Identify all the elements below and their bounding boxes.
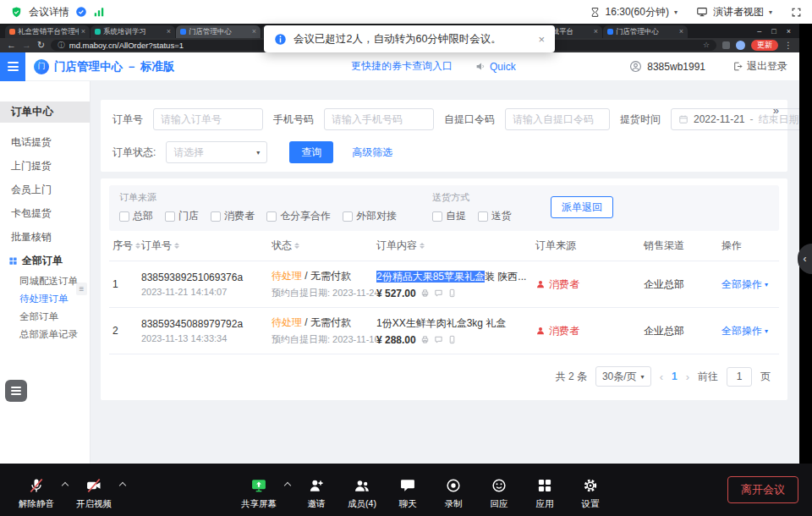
apps-button[interactable]: 应用 [522,476,568,510]
window-close-icon[interactable]: × [787,27,791,36]
date-start-value[interactable]: 2022-11-21 [694,113,745,125]
sidebar-section-order-center[interactable]: 订单中心 [0,102,90,123]
window-minimize-icon[interactable]: – [757,27,761,36]
sidebar-item-door-pickup[interactable]: 上门提货 [0,154,90,178]
quick-entry[interactable]: Quick [475,61,516,73]
search-button[interactable]: 查询 [289,141,333,163]
all-actions-dropdown[interactable]: 全部操作▾ [721,277,776,292]
browser-tab[interactable]: 门店管理中心× [603,25,688,38]
forward-icon[interactable]: → [22,41,31,50]
mic-options-caret[interactable] [59,476,71,488]
tab-close-icon[interactable]: × [81,28,85,36]
bookmark-star-icon[interactable]: ☆ [703,41,710,49]
browser-profile-avatar[interactable] [736,41,745,50]
checkbox-consumer[interactable]: 消费者 [211,209,255,223]
view-mode-caret-icon[interactable]: ▾ [769,8,772,16]
goto-page-input[interactable] [727,367,752,387]
menu-burger-button[interactable] [0,52,25,81]
all-actions-dropdown[interactable]: 全部操作▾ [721,324,776,338]
timer-caret-icon[interactable]: ▾ [674,8,678,16]
sidebar-item-member-visit[interactable]: 会员上门 [0,178,90,201]
tab-close-icon[interactable]: × [252,28,256,36]
checkbox-box[interactable] [343,211,353,222]
settings-button[interactable]: 设置 [568,476,613,510]
reactions-button[interactable]: 回应 [476,476,522,510]
floating-list-button[interactable] [5,380,27,402]
unmute-button[interactable]: 解除静音 [14,476,59,510]
prev-page-icon[interactable]: ‹ [660,371,663,383]
meeting-details[interactable]: 会议详情 [10,5,105,19]
logout-button[interactable]: 退出登录 [732,59,787,74]
checkbox-box[interactable] [211,211,221,222]
video-options-caret[interactable] [117,476,129,488]
network-signal-icon[interactable] [93,6,105,18]
fullscreen-icon[interactable] [791,7,802,18]
next-page-icon[interactable]: › [686,371,689,383]
advanced-filter-link[interactable]: 高级筛选 [352,145,392,160]
browser-menu-icon[interactable]: ⋮ [784,41,793,50]
sidebar-group-all-orders[interactable]: 全部订单 [0,249,90,272]
invite-button[interactable]: 邀请 [294,476,339,510]
browser-tab[interactable]: 礼盒营销平台管理中心× [5,25,90,38]
dispatch-return-button[interactable]: 派单退回 [551,196,613,218]
sidebar-collapse-handle[interactable]: ≡ [76,283,87,295]
security-shield-icon[interactable] [10,6,23,19]
checkbox-delivery[interactable]: 送货 [478,209,512,223]
share-screen-button[interactable]: 共享屏幕 [236,476,282,510]
back-icon[interactable]: ← [7,41,16,50]
leave-meeting-button[interactable]: 离开会议 [727,476,798,503]
header-order-no[interactable]: 订单号 [141,239,272,253]
header-status[interactable]: 状态 [272,239,376,253]
sort-icon[interactable] [420,240,425,251]
header-seq[interactable]: 序号 [112,239,141,253]
phone-icon[interactable] [447,335,457,344]
sort-icon[interactable] [135,240,140,251]
pickup-date-range[interactable]: 2022-11-21 - 结束日期 [671,108,799,130]
message-icon[interactable] [434,288,443,298]
sidebar-item-card-pickup[interactable]: 卡包提货 [0,201,90,225]
sort-icon[interactable] [174,240,179,251]
meeting-timer[interactable]: 16:30(60分钟) [606,5,669,19]
order-status-select[interactable]: 请选择 ▾ [166,141,267,163]
browser-tab[interactable]: 系统培训学习× [91,25,175,38]
current-page[interactable]: 1 [672,371,678,382]
browser-tab-active[interactable]: 门店管理中心× [176,25,261,38]
checkbox-store[interactable]: 门店 [165,209,199,223]
checkbox-box[interactable] [266,211,277,222]
sidebar-item-batch-verify[interactable]: 批量核销 [0,225,90,249]
tab-close-icon[interactable]: × [594,28,598,36]
sidebar-item-phone-pickup[interactable]: 电话提货 [0,130,90,154]
page-info-icon[interactable]: ⓘ [58,41,65,49]
extension-icon[interactable] [722,41,730,49]
checkbox-box[interactable] [432,211,442,222]
pickup-code-input[interactable] [505,108,610,130]
page-size-select[interactable]: 30条/页▾ [595,366,651,387]
sidebar-sub-all-orders[interactable]: 全部订单 [0,308,90,326]
checkbox-warehouse-share[interactable]: 仓分享合作 [266,209,331,223]
record-button[interactable]: 录制 [431,476,476,510]
panel-collapse-icon[interactable]: » [773,104,779,117]
site-logo[interactable]: 门 门店管理中心 － 标准版 [34,59,175,74]
checkbox-box[interactable] [165,211,175,222]
checkbox-self-pickup[interactable]: 自提 [432,209,466,223]
print-icon[interactable] [420,288,430,298]
username[interactable]: 8385wb1991 [647,61,705,73]
reload-icon[interactable]: ↻ [37,41,45,50]
checkbox-external[interactable]: 外部对接 [343,209,397,223]
toast-close-icon[interactable]: × [538,33,545,46]
view-mode-label[interactable]: 演讲者视图 [713,5,764,19]
message-icon[interactable] [434,335,443,344]
browser-update-button[interactable]: 更新 [751,40,778,52]
window-maximize-icon[interactable]: □ [771,27,776,36]
sidebar-sub-hq-dispatch-log[interactable]: 总部派单记录 [0,326,90,343]
chat-button[interactable]: 聊天 [385,476,431,510]
meeting-panel-handle[interactable]: ‹ [798,244,812,274]
checkbox-hq[interactable]: 总部 [119,209,153,223]
sort-icon[interactable] [294,240,299,251]
promo-link[interactable]: 更快捷的券卡查询入口 [351,59,453,74]
phone-input[interactable] [324,108,434,130]
phone-icon[interactable] [447,288,457,298]
tab-close-icon[interactable]: × [679,28,683,36]
start-video-button[interactable]: 开启视频 [71,476,117,510]
checkbox-box[interactable] [478,211,488,222]
